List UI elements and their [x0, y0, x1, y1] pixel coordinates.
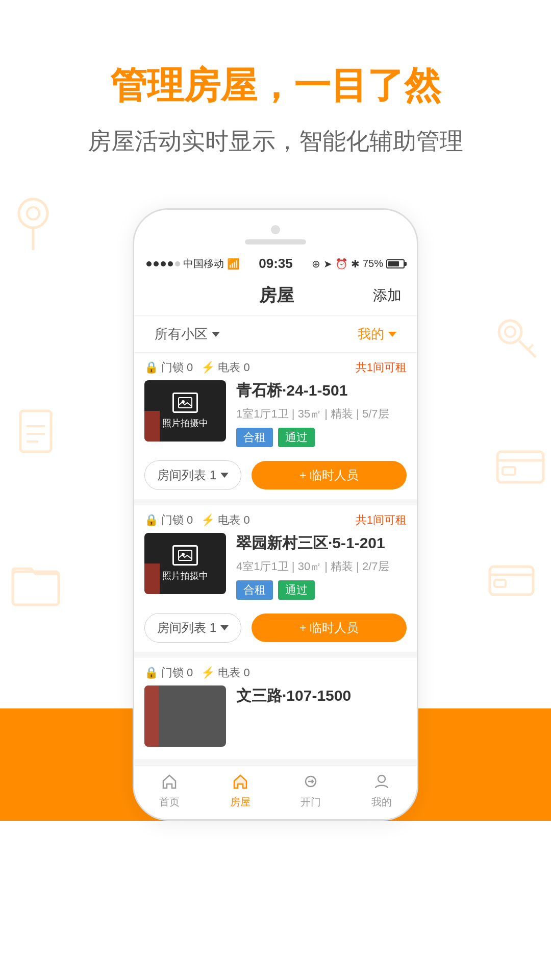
phone-screen: 中国移动 📶 09:35 ⊕ ➤ ⏰ ✱ 75%	[134, 252, 417, 819]
all-district-label: 所有小区	[155, 325, 208, 343]
chevron-down-icon-2	[388, 332, 396, 337]
battery-fill	[388, 261, 399, 266]
stats-right-1: 共1间可租	[356, 360, 407, 375]
temp-staff-button-1[interactable]: + 临时人员	[252, 461, 407, 489]
tag-hezhu-1: 合租	[236, 428, 273, 447]
electric-label-3: 电表 0	[218, 665, 249, 680]
temp-staff-button-2[interactable]: + 临时人员	[252, 614, 407, 642]
nav-item-house[interactable]: 房屋	[215, 773, 266, 809]
hero-subtitle: 房屋活动实时显示，智能化辅助管理	[20, 126, 531, 157]
lock-label-3: 门锁 0	[161, 665, 193, 680]
card-name-3: 文三路·107-1500	[236, 685, 407, 706]
lock-label-2: 门锁 0	[161, 512, 193, 528]
lock-icon-2: 🔒	[144, 513, 158, 527]
dot1	[146, 261, 152, 266]
available-suffix-2: 间可租	[373, 513, 407, 526]
electric-stat-2: ⚡ 电表 0	[201, 512, 249, 528]
electric-stat-3: ⚡ 电表 0	[201, 665, 249, 680]
stats-left-2: 🔒 门锁 0 ⚡ 电表 0	[144, 512, 250, 528]
dot3	[161, 261, 166, 266]
svg-point-22	[378, 775, 385, 782]
available-num-1: 1	[367, 361, 373, 374]
battery-icon	[386, 259, 405, 268]
status-bar: 中国移动 📶 09:35 ⊕ ➤ ⏰ ✱ 75%	[134, 252, 417, 276]
phone-frame: 中国移动 📶 09:35 ⊕ ➤ ⏰ ✱ 75%	[133, 208, 418, 821]
filter-bar: 所有小区 我的	[134, 316, 417, 353]
card-stats-1: 🔒 门锁 0 ⚡ 电表 0 共1间可租	[134, 353, 417, 380]
card-name-1: 青石桥·24-1-501	[236, 380, 407, 401]
card-info-2: 翠园新村三区·5-1-201 4室1厅1卫 | 30㎡ | 精装 | 2/7层 …	[236, 533, 407, 600]
alarm-icon: ⏰	[335, 258, 348, 270]
carrier-label: 中国移动	[183, 257, 224, 271]
mine-label: 我的	[358, 325, 384, 343]
card-tags-2: 合租 通过	[236, 580, 407, 600]
battery-text: 75%	[363, 258, 383, 270]
card-placeholder-2: 照片拍摄中	[162, 545, 208, 582]
chevron-down-icon	[212, 332, 220, 337]
status-right: ⊕ ➤ ⏰ ✱ 75%	[312, 258, 405, 270]
card-actions-2: 房间列表 1 + 临时人员	[134, 608, 417, 652]
tag-tongguo-1: 通过	[278, 428, 315, 447]
house-nav-icon	[232, 773, 249, 793]
card-actions-1: 房间列表 1 + 临时人员	[134, 455, 417, 499]
room-list-label-2: 房间列表 1	[157, 620, 216, 636]
nav-item-open[interactable]: 开门	[285, 773, 336, 809]
card-image-1: 照片拍摄中	[144, 380, 226, 442]
room-list-button-2[interactable]: 房间列表 1	[144, 613, 241, 643]
electric-label-1: 电表 0	[218, 360, 249, 375]
filter-left[interactable]: 所有小区	[155, 325, 220, 343]
tag-hezhu-2: 合租	[236, 580, 273, 600]
stats-left-3: 🔒 门锁 0 ⚡ 电表 0	[144, 665, 250, 680]
lock-label-1: 门锁 0	[161, 360, 193, 375]
card-tags-1: 合租 通过	[236, 428, 407, 447]
phone-camera	[271, 225, 280, 234]
available-prefix-1: 共	[356, 361, 367, 374]
room-list-chevron-2	[220, 625, 229, 630]
filter-right[interactable]: 我的	[358, 325, 396, 343]
property-card-2: 🔒 门锁 0 ⚡ 电表 0 共1间可租	[134, 505, 417, 656]
lock-icon-1: 🔒	[144, 361, 158, 374]
add-button[interactable]: 添加	[373, 286, 402, 305]
card-image-3	[144, 685, 226, 747]
card-red-decor-1	[144, 411, 160, 442]
nav-item-home[interactable]: 首页	[144, 773, 195, 809]
card-info-3: 文三路·107-1500	[236, 685, 407, 712]
card-red-decor-2	[144, 564, 160, 594]
lock-stat-3: 🔒 门锁 0	[144, 665, 193, 680]
available-prefix-2: 共	[356, 513, 367, 526]
stats-left-1: 🔒 门锁 0 ⚡ 电表 0	[144, 360, 250, 375]
electric-icon-1: ⚡	[201, 361, 215, 374]
available-num-2: 1	[367, 513, 373, 526]
phone-speaker	[245, 239, 306, 244]
mine-nav-icon	[373, 773, 390, 793]
nav-mine-label: 我的	[371, 795, 392, 809]
property-card-3: 🔒 门锁 0 ⚡ 电表 0	[134, 658, 417, 763]
card-detail-2: 4室1厅1卫 | 30㎡ | 精装 | 2/7层	[236, 559, 407, 574]
hero-section: 管理房屋，一目了然 房屋活动实时显示，智能化辅助管理	[0, 0, 551, 188]
gps-icon: ➤	[323, 258, 332, 270]
card-info-1: 青石桥·24-1-501 1室1厅1卫 | 35㎡ | 精装 | 5/7层 合租…	[236, 380, 407, 447]
svg-rect-19	[179, 550, 192, 560]
nav-item-mine[interactable]: 我的	[356, 773, 407, 809]
app-header: 房屋 添加	[134, 276, 417, 316]
electric-stat-1: ⚡ 电表 0	[201, 360, 249, 375]
bottom-nav: 首页 房屋	[134, 765, 417, 819]
wifi-icon: 📶	[227, 258, 240, 270]
hero-title: 管理房屋，一目了然	[20, 61, 531, 110]
status-left: 中国移动 📶	[146, 257, 240, 271]
electric-icon-2: ⚡	[201, 513, 215, 527]
nav-open-label: 开门	[300, 795, 321, 809]
room-list-button-1[interactable]: 房间列表 1	[144, 460, 241, 490]
electric-icon-3: ⚡	[201, 666, 215, 679]
room-list-chevron-1	[220, 473, 229, 478]
phone-mockup: 中国移动 📶 09:35 ⊕ ➤ ⏰ ✱ 75%	[0, 208, 551, 821]
location-icon: ⊕	[312, 258, 320, 270]
lock-stat-2: 🔒 门锁 0	[144, 512, 193, 528]
lock-stat-1: 🔒 门锁 0	[144, 360, 193, 375]
bluetooth-icon: ✱	[351, 258, 360, 270]
nav-home-label: 首页	[159, 795, 180, 809]
card-image-2: 照片拍摄中	[144, 533, 226, 594]
electric-label-2: 电表 0	[218, 512, 249, 528]
room-list-label-1: 房间列表 1	[157, 467, 216, 483]
signal-dots	[146, 261, 180, 266]
